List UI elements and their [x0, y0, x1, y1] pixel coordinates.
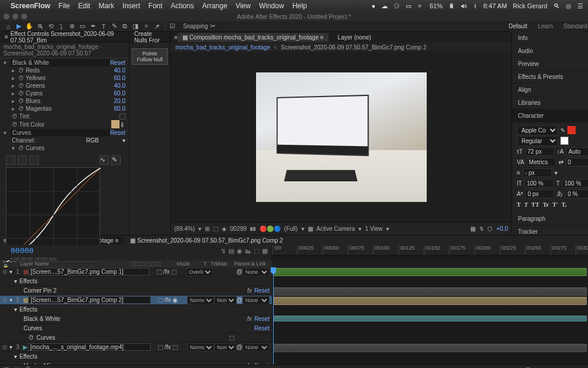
- toggle-brain-icon[interactable]: 🧠︎: [25, 366, 33, 369]
- toggle-switches-icon[interactable]: ⊞: [4, 366, 12, 369]
- prop-reds[interactable]: Reds: [26, 67, 39, 74]
- reset-link[interactable]: Reset: [254, 316, 270, 322]
- roto-tool-icon[interactable]: ✧: [141, 22, 151, 31]
- draft3d-icon[interactable]: ⬚: [254, 247, 260, 255]
- effect-curves[interactable]: Curves: [10, 129, 110, 137]
- frame-counter[interactable]: 00299: [230, 226, 247, 232]
- user[interactable]: Rick Gerard: [513, 2, 547, 9]
- nulls-tab[interactable]: Create Nulls Fror: [134, 31, 165, 44]
- zoom-window-icon[interactable]: [21, 14, 27, 19]
- reset-link[interactable]: Reset: [110, 130, 125, 136]
- stroke-input[interactable]: [523, 168, 552, 177]
- fill-color-swatch[interactable]: [567, 126, 576, 134]
- stroke-color-swatch[interactable]: [560, 137, 569, 145]
- frame-blend-icon[interactable]: ▤: [228, 247, 234, 255]
- curve-small-icon[interactable]: [29, 155, 39, 165]
- bt-icon[interactable]: ᚼ: [473, 2, 477, 9]
- bold-button[interactable]: T: [517, 201, 521, 208]
- visibility-icon[interactable]: ⊙: [2, 344, 9, 350]
- leading-input[interactable]: [566, 147, 588, 156]
- layer-row[interactable]: ⊙▾1▦[Screen....57_BimGc7.png Comp 1]⬚ /f…: [0, 267, 272, 277]
- zoom-tool-icon[interactable]: 🔍︎: [35, 22, 45, 31]
- timeline-icon[interactable]: ↯: [479, 226, 484, 232]
- selection-tool-icon[interactable]: ▶: [14, 22, 24, 31]
- curve-bezier-icon[interactable]: ∿: [99, 155, 109, 165]
- shy-icon[interactable]: ↯: [221, 247, 226, 255]
- motion-blur-icon[interactable]: ◉: [237, 247, 242, 255]
- eyedropper-icon[interactable]: 💉︎: [119, 121, 125, 128]
- val-blues[interactable]: 20.0: [114, 98, 125, 104]
- prop-greens[interactable]: Greens: [26, 82, 45, 89]
- workspace-default[interactable]: Default: [509, 23, 527, 29]
- 3d-icon[interactable]: ⬡: [487, 226, 493, 232]
- col-mode[interactable]: Mode: [177, 261, 204, 267]
- reset-link[interactable]: Reset: [110, 59, 125, 66]
- color-swatch[interactable]: [111, 120, 119, 128]
- channel-select[interactable]: RGB: [86, 137, 99, 144]
- trkmat-select[interactable]: None: [214, 296, 237, 304]
- layer-bar[interactable]: [273, 344, 587, 352]
- panel-paragraph[interactable]: Paragraph: [512, 213, 588, 226]
- crumb-item[interactable]: Screenshot_2020-06-09 07.50.57_BimGc7.pn…: [281, 44, 426, 51]
- disclosure-icon[interactable]: ▾: [4, 130, 8, 136]
- visibility-icon[interactable]: ⊙: [2, 268, 9, 275]
- layer-effect-row[interactable]: Black & WhitefxReset: [0, 314, 272, 324]
- layer-name[interactable]: [Screen....57_BimGc7.png Comp 1]: [28, 268, 150, 276]
- visibility-icon[interactable]: ⊙: [2, 297, 9, 303]
- layer-effect-row[interactable]: Corner Pin 2fxReset: [0, 286, 272, 296]
- pickwhip-icon[interactable]: @: [237, 268, 242, 275]
- current-time-indicator[interactable]: [273, 267, 274, 364]
- prop-blues[interactable]: Blues: [26, 98, 41, 104]
- layer-tab[interactable]: Layer (none): [333, 33, 376, 42]
- hand-tool-icon[interactable]: ✋: [25, 22, 34, 31]
- layer-bar[interactable]: [273, 268, 587, 276]
- effect-bw[interactable]: Black & White: [10, 59, 110, 67]
- spotlight-icon[interactable]: 🔍︎: [553, 2, 560, 9]
- workspace-standard[interactable]: Standard: [563, 23, 587, 29]
- timeline-tab-2[interactable]: ▦ Screenshot_2020-06-09 07.50.57_BimGc7.…: [125, 237, 287, 244]
- val-reds[interactable]: 40.0: [114, 67, 125, 74]
- menu-insert[interactable]: Insert: [122, 2, 140, 10]
- val-magentas[interactable]: 80.0: [114, 105, 125, 112]
- render-icon[interactable]: ▦: [262, 247, 268, 255]
- curve-pencil-icon[interactable]: ✎: [111, 155, 121, 165]
- layer-row[interactable]: ⊙▾3▶[mocha_..._s_original_footage.mp4]⬚ …: [0, 343, 272, 352]
- menu-mark[interactable]: Mark: [98, 2, 114, 10]
- italic-button[interactable]: T: [524, 201, 528, 208]
- composition-viewer[interactable]: [171, 52, 511, 222]
- display-icon[interactable]: ▭: [406, 2, 411, 10]
- parent-select[interactable]: None: [242, 268, 270, 276]
- zoom-select[interactable]: (89.4%): [174, 226, 195, 232]
- points-follow-null-button[interactable]: Points Follow Null: [132, 48, 168, 65]
- close-window-icon[interactable]: [4, 14, 9, 19]
- effect-controls-tab[interactable]: Effect Controls Screenshot_2020-06-09 07…: [11, 31, 124, 44]
- menu-edit[interactable]: Edit: [78, 2, 91, 10]
- composition-tab[interactable]: ▦ Composition mocha_bad_tracks_original_…: [178, 33, 328, 42]
- minimize-window-icon[interactable]: [12, 14, 18, 19]
- time-ruler[interactable]: :00 00025 00050 00075 00100 00125 00150 …: [272, 245, 588, 256]
- val-greens[interactable]: 40.0: [114, 82, 125, 89]
- tsume-input[interactable]: [565, 190, 588, 198]
- val-cyans[interactable]: 60.0: [114, 90, 125, 97]
- panel-menu-icon[interactable]: ≡: [5, 34, 8, 40]
- layer-row[interactable]: ⊙▾2▦[Screen....57_BimGc7.png Comp 2]⬚ /f…: [0, 296, 272, 305]
- prop-tintcolor[interactable]: Tint Color: [19, 121, 45, 128]
- wifi-icon[interactable]: ⚆: [394, 2, 400, 10]
- panel-preview[interactable]: Preview: [512, 58, 588, 71]
- orbit-tool-icon[interactable]: ⟲: [46, 22, 55, 31]
- home-icon[interactable]: ⌂: [4, 22, 13, 31]
- volume-icon[interactable]: 🔊︎: [461, 2, 467, 9]
- eyedropper-icon[interactable]: ✎: [560, 127, 565, 134]
- siri-icon[interactable]: ◎: [566, 2, 572, 10]
- toggle-modes-icon[interactable]: ⬚: [14, 366, 22, 369]
- hscale-input[interactable]: [562, 179, 588, 188]
- grid-icon[interactable]: ▦: [308, 226, 313, 232]
- layer-prop-row[interactable]: ⏱Curves⬚: [0, 333, 272, 343]
- window-controls[interactable]: [4, 14, 27, 19]
- font-select[interactable]: Apple Color Emoji: [517, 125, 558, 135]
- crumb-item[interactable]: mocha_bad_tracks_original_footage: [175, 44, 270, 51]
- layer-bars[interactable]: [272, 267, 588, 364]
- layer-effects-group[interactable]: ▾Effects: [0, 305, 272, 314]
- font-style-select[interactable]: Regular: [517, 136, 558, 146]
- tracking-input[interactable]: [566, 158, 588, 167]
